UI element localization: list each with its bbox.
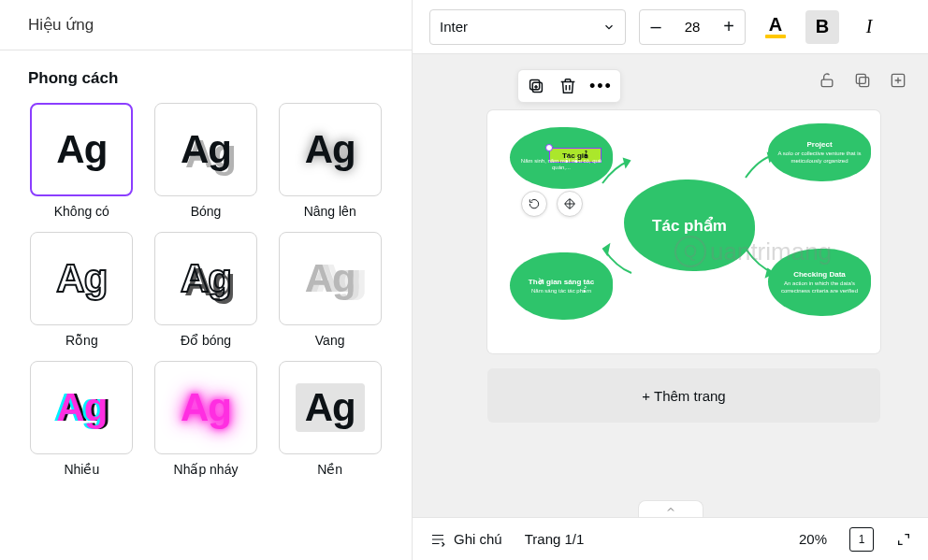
text-toolbar: Inter – + A B I [413, 0, 928, 54]
notes-button[interactable]: Ghi chú [429, 531, 502, 548]
effects-sidebar: Hiệu ứng Phong cách Ag Không có Ag Bóng … [0, 0, 413, 560]
zoom-level[interactable]: 20% [799, 531, 827, 547]
section-title-style: Phong cách [28, 69, 384, 88]
page-grid-button[interactable]: 1 [849, 527, 874, 552]
style-background[interactable]: Ag Nền [276, 361, 384, 477]
notes-icon [429, 531, 446, 548]
design-canvas[interactable]: Tác phẩm Tác giả Năm sinh, năm mất nếu c… [487, 110, 880, 353]
move-handle[interactable] [557, 191, 583, 217]
footer-bar: Ghi chú Trang 1/1 20% 1 [413, 517, 928, 560]
style-hollow[interactable]: Ag Rỗng [28, 232, 136, 348]
font-select[interactable]: Inter [429, 9, 626, 45]
copy-icon[interactable] [526, 76, 546, 96]
font-name: Inter [440, 19, 468, 35]
mindmap-node-tl[interactable]: Tác giả Năm sinh, năm mất nếu có, quê qu… [510, 127, 613, 189]
svg-rect-5 [530, 80, 540, 90]
svg-rect-2 [856, 74, 865, 83]
style-neon[interactable]: Ag Nhấp nháy [152, 361, 260, 477]
page-indicator[interactable]: Trang 1/1 [525, 531, 585, 547]
trash-icon[interactable] [558, 76, 578, 96]
more-icon[interactable]: ••• [589, 76, 613, 96]
chevron-down-icon [602, 21, 616, 34]
canvas-controls [818, 71, 907, 90]
duplicate-icon[interactable] [853, 71, 872, 90]
mindmap-center[interactable]: Tác phẩm [624, 179, 755, 271]
mindmap-node-bl[interactable]: Thời gian sáng tác Năm sáng tác tác phẩm [510, 252, 613, 320]
svg-rect-0 [821, 79, 833, 87]
unlock-icon[interactable] [818, 71, 836, 90]
style-lift[interactable]: Ag Nâng lên [276, 103, 384, 219]
resize-handle[interactable] [545, 144, 553, 151]
export-icon[interactable] [889, 71, 907, 90]
style-none[interactable]: Ag Không có [28, 103, 136, 219]
main-area: Inter – + A B I ••• [413, 0, 928, 560]
style-echo[interactable]: Ag Vang [276, 232, 384, 348]
font-size-group: – + [639, 9, 746, 45]
style-shadow[interactable]: Ag Bóng [152, 103, 260, 219]
style-splice[interactable]: Ag Đổ bóng [152, 232, 260, 348]
style-grid: Ag Không có Ag Bóng Ag Nâng lên Ag Rỗng … [28, 103, 384, 477]
mindmap-node-tr[interactable]: Project A solo or collective venture tha… [768, 123, 871, 181]
style-glitch[interactable]: Ag Nhiều [28, 361, 136, 477]
mindmap-node-br[interactable]: Checking Data An action in which the dat… [768, 249, 871, 316]
fullscreen-icon[interactable] [896, 532, 911, 547]
font-size-input[interactable] [672, 19, 713, 35]
pages-expand-tab[interactable] [638, 500, 703, 517]
svg-rect-1 [860, 78, 869, 87]
rotate-handle[interactable] [521, 191, 547, 217]
sidebar-body: Phong cách Ag Không có Ag Bóng Ag Nâng l… [0, 50, 412, 560]
decrease-size-button[interactable]: – [640, 10, 672, 44]
canvas-area: ••• Tác phẩm Tác giả Năm sinh, năm mất n… [413, 54, 928, 517]
svg-marker-8 [603, 245, 609, 254]
text-color-button[interactable]: A [759, 10, 792, 44]
bold-button[interactable]: B [805, 10, 839, 44]
chevron-up-icon [665, 504, 676, 515]
svg-marker-6 [624, 159, 630, 166]
add-page-button[interactable]: + Thêm trang [487, 368, 880, 423]
element-handles [521, 191, 583, 217]
color-swatch [765, 35, 786, 38]
italic-button[interactable]: I [852, 10, 886, 44]
increase-size-button[interactable]: + [713, 10, 745, 44]
element-floating-toolbar: ••• [517, 69, 621, 103]
sidebar-title: Hiệu ứng [0, 0, 412, 50]
